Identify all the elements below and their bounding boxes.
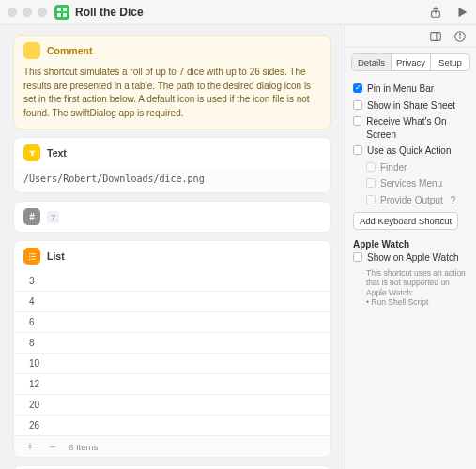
close-icon[interactable] <box>8 8 17 17</box>
list-item[interactable]: 20 <box>14 395 330 416</box>
svg-rect-8 <box>31 256 35 257</box>
svg-rect-10 <box>31 258 35 259</box>
tab-privacy[interactable]: Privacy <box>392 54 431 70</box>
checkbox[interactable] <box>353 100 362 110</box>
chk-pin: Pin in Menu Bar <box>367 83 434 96</box>
remove-item-button[interactable]: − <box>46 440 59 453</box>
action-text[interactable]: Text /Users/Robert/Downloads/dice.png <box>13 137 331 193</box>
action-title: List <box>47 250 65 262</box>
chk-provide: Provide Output <box>380 194 443 207</box>
svg-point-9 <box>29 258 30 259</box>
checkbox[interactable] <box>353 252 362 262</box>
comment-text: This shortcut simulates a roll of up to … <box>14 66 330 129</box>
chk-finder: Finder <box>380 161 407 174</box>
section-apple-watch: Apple Watch <box>353 239 468 250</box>
tab-details[interactable]: Details <box>352 54 392 70</box>
help-icon[interactable]: ? <box>451 194 456 207</box>
svg-rect-0 <box>57 8 61 11</box>
checkbox[interactable] <box>366 178 376 188</box>
inspector-sidebar: Details Privacy Setup ✓Pin in Menu Bar S… <box>345 25 476 469</box>
add-keyboard-shortcut-button[interactable]: Add Keyboard Shortcut <box>353 212 458 230</box>
comment-icon <box>23 42 40 59</box>
window-title: Roll the Dice <box>75 6 144 19</box>
list-item[interactable]: 8 <box>14 333 330 354</box>
svg-point-5 <box>29 253 30 254</box>
segmented-tabs[interactable]: Details Privacy Setup <box>351 53 470 71</box>
chk-show-aw: Show on Apple Watch <box>367 251 458 265</box>
action-list[interactable]: List 3 4 6 8 10 12 20 26 + − 8 Items <box>13 240 331 458</box>
share-icon[interactable] <box>429 6 442 19</box>
checkbox[interactable] <box>353 116 361 126</box>
list-item[interactable]: 3 <box>14 271 330 292</box>
list-count: 8 Items <box>69 442 98 452</box>
checkbox[interactable]: ✓ <box>353 83 362 93</box>
action-comment[interactable]: Comment This shortcut simulates a roll o… <box>13 35 331 129</box>
chk-services: Services Menu <box>380 177 442 190</box>
list-item[interactable]: 12 <box>14 374 330 395</box>
action-number-stub[interactable]: # 7 <box>13 201 331 233</box>
toggle-sidebar-icon[interactable] <box>429 30 442 43</box>
chk-quick: Use as Quick Action <box>367 144 451 158</box>
svg-rect-2 <box>57 13 61 17</box>
run-icon[interactable] <box>455 6 468 19</box>
action-repeat-each[interactable]: Repeat with each item in List <box>13 465 331 469</box>
action-title: Comment <box>47 45 92 56</box>
text-icon <box>23 144 40 161</box>
checkbox[interactable] <box>366 162 376 172</box>
svg-rect-6 <box>31 253 35 254</box>
chk-receive: Receive What's On Screen <box>366 115 468 141</box>
list-footer: + − 8 Items <box>14 436 330 457</box>
editor-canvas[interactable]: Comment This shortcut simulates a roll o… <box>0 25 345 469</box>
hash-icon: # <box>23 208 40 225</box>
checkbox[interactable] <box>353 145 362 155</box>
titlebar: Roll the Dice <box>0 0 476 25</box>
list-icon <box>23 248 40 265</box>
checkbox[interactable] <box>366 195 376 204</box>
window-controls[interactable] <box>8 8 47 17</box>
tab-setup[interactable]: Setup <box>431 54 469 70</box>
number-placeholder[interactable]: 7 <box>47 211 59 223</box>
list-item[interactable]: 6 <box>14 312 330 333</box>
aw-note: This shortcut uses an action that is not… <box>353 268 468 298</box>
list-item[interactable]: 4 <box>14 292 330 312</box>
shortcut-icon <box>54 5 69 20</box>
zoom-icon[interactable] <box>38 8 47 17</box>
svg-rect-3 <box>63 13 67 17</box>
aw-note2: • Run Shell Script <box>353 297 468 307</box>
action-title: Text <box>47 147 67 159</box>
add-item-button[interactable]: + <box>23 440 37 453</box>
svg-rect-1 <box>63 8 67 11</box>
list-item[interactable]: 10 <box>14 354 330 374</box>
svg-point-7 <box>29 255 30 256</box>
svg-point-15 <box>459 33 460 34</box>
svg-rect-11 <box>431 32 441 40</box>
chk-share: Show in Share Sheet <box>367 99 455 113</box>
list-item[interactable]: 26 <box>14 416 330 436</box>
list-body: 3 4 6 8 10 12 20 26 + − 8 Items <box>14 271 330 457</box>
info-icon[interactable] <box>453 30 467 43</box>
minimize-icon[interactable] <box>23 8 32 17</box>
text-value[interactable]: /Users/Robert/Downloads/dice.png <box>14 168 330 192</box>
